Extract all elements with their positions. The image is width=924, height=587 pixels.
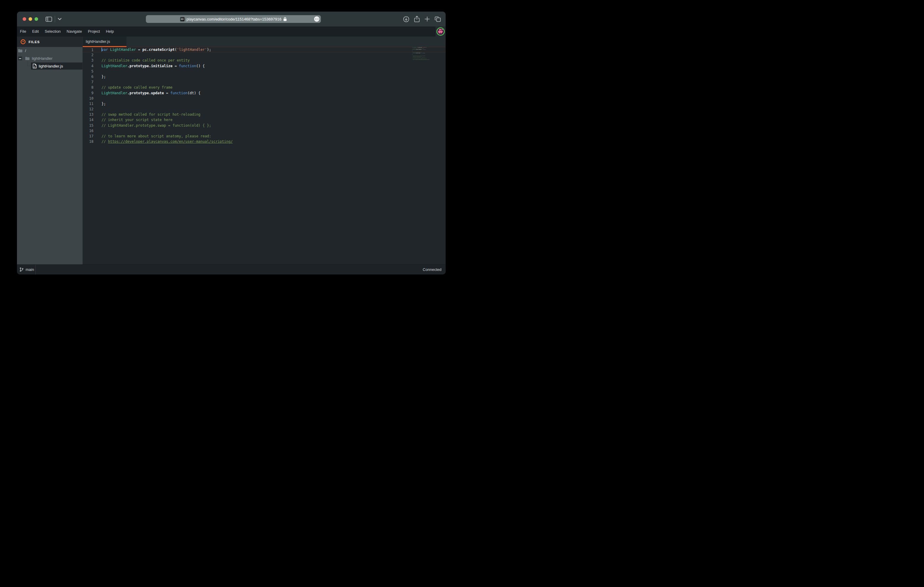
folder-icon xyxy=(25,57,30,60)
code-line-13[interactable]: 13// swap method called for script hot-r… xyxy=(83,112,446,117)
menu-item-edit[interactable]: Edit xyxy=(29,26,42,36)
line-number: 2 xyxy=(83,53,94,58)
line-number: 17 xyxy=(83,133,94,139)
line-number: 10 xyxy=(83,96,94,101)
browser-titlebar: <> playcanvas.com/editor/code/1151468?ta… xyxy=(17,12,446,26)
files-panel-title: FILES xyxy=(28,40,40,44)
line-number: 14 xyxy=(83,117,94,123)
files-sidebar: FILES / xyxy=(17,36,83,264)
line-number: 8 xyxy=(83,85,94,90)
more-options-icon[interactable] xyxy=(314,16,319,22)
line-number: 12 xyxy=(83,107,94,112)
browser-window: <> playcanvas.com/editor/code/1151468?ta… xyxy=(17,12,446,275)
new-tab-icon[interactable] xyxy=(424,16,430,22)
menu-bar: FileEditSelectionNavigateProjectHelp xyxy=(17,26,446,36)
avatar-image xyxy=(436,27,445,36)
git-branch-icon xyxy=(20,267,23,272)
code-line-3[interactable]: 3// initialize code called once per enti… xyxy=(83,58,446,63)
toolbar-divider xyxy=(55,16,55,22)
tree-item-label: lightHandler xyxy=(32,56,53,61)
menu-item-help[interactable]: Help xyxy=(103,26,117,36)
code-line-17[interactable]: 17// to learn more about script anatomy,… xyxy=(83,133,446,139)
chevron-down-icon[interactable] xyxy=(58,18,62,20)
branch-name: main xyxy=(26,267,34,272)
line-number: 1 xyxy=(83,47,94,52)
code-line-15[interactable]: 15// LightHandler.prototype.swap = funct… xyxy=(83,123,446,128)
code-line-4[interactable]: 4LightHandler.prototype.initialize = fun… xyxy=(83,63,446,69)
window-controls xyxy=(23,17,38,21)
minimap[interactable]: var LightHandler = pc.createScript('ligh… xyxy=(411,47,430,61)
code-line-11[interactable]: 11}; xyxy=(83,101,446,107)
url-bar[interactable]: <> playcanvas.com/editor/code/1151468?ta… xyxy=(146,15,321,23)
playcanvas-files-icon xyxy=(21,39,26,44)
menu-item-navigate[interactable]: Navigate xyxy=(64,26,85,36)
code-line-16[interactable]: 16 xyxy=(83,128,446,133)
url-text: playcanvas.com/editor/code/1151468?tabs=… xyxy=(186,17,282,21)
share-icon[interactable] xyxy=(414,16,420,22)
code-line-18: // https://developer.playcanvas.com/en/u… xyxy=(411,59,430,60)
lock-icon xyxy=(284,17,287,21)
tree-item-label: / xyxy=(25,48,26,53)
tree-item-label: lightHandler.js xyxy=(39,64,63,68)
file-tree: / lightHandler xyxy=(17,47,82,264)
menu-item-project[interactable]: Project xyxy=(85,26,103,36)
folder-icon xyxy=(18,49,22,53)
code-line-12[interactable]: 12 xyxy=(83,107,446,112)
line-number: 15 xyxy=(83,123,94,128)
code-editor[interactable]: 1var LightHandler = pc.createScript('lig… xyxy=(83,47,446,264)
status-bar: main Connected xyxy=(17,264,446,275)
connection-status: Connected xyxy=(423,267,441,272)
code-line-1[interactable]: 1var LightHandler = pc.createScript('lig… xyxy=(83,47,446,53)
line-number: 3 xyxy=(83,58,94,63)
line-number: 4 xyxy=(83,63,94,69)
branch-selector[interactable]: main xyxy=(17,265,36,275)
line-number: 18 xyxy=(83,139,94,144)
line-number: 7 xyxy=(83,79,94,85)
js-file-icon: JS xyxy=(33,64,36,68)
zoom-window-button[interactable] xyxy=(35,17,38,21)
code-line-5[interactable]: 5 xyxy=(83,69,446,74)
code-line-2[interactable]: 2 xyxy=(83,53,446,58)
menu-item-selection[interactable]: Selection xyxy=(42,26,63,36)
line-number: 6 xyxy=(83,74,94,79)
sidebar-toggle-icon[interactable] xyxy=(46,16,52,22)
site-favicon: <> xyxy=(180,17,185,21)
code-line-10[interactable]: 10 xyxy=(83,96,446,101)
tree-item-root[interactable]: / xyxy=(17,47,82,54)
line-number: 16 xyxy=(83,128,94,133)
minimize-window-button[interactable] xyxy=(28,17,32,21)
user-avatar[interactable] xyxy=(436,26,446,36)
svg-text:JS: JS xyxy=(34,66,35,68)
code-line-18[interactable]: 18// https://developer.playcanvas.com/en… xyxy=(83,139,446,144)
code-line-14[interactable]: 14// inherit your script state here xyxy=(83,117,446,123)
line-number: 13 xyxy=(83,112,94,117)
tab-overview-icon[interactable] xyxy=(435,16,441,22)
download-icon[interactable] xyxy=(403,16,409,22)
menu-item-file[interactable]: File xyxy=(17,26,29,36)
line-number: 11 xyxy=(83,101,94,107)
line-number: 5 xyxy=(83,69,94,74)
code-line-7[interactable]: 7 xyxy=(83,79,446,85)
line-number: 9 xyxy=(83,90,94,96)
close-window-button[interactable] xyxy=(23,17,26,21)
editor-tab-bar: lightHandler.js xyxy=(83,36,446,47)
tree-item-folder[interactable]: lightHandler xyxy=(17,55,82,62)
tree-item-file-selected[interactable]: JS lightHandler.js xyxy=(31,62,82,69)
code-line-8[interactable]: 8// update code called every frame xyxy=(83,85,446,90)
files-panel-header: FILES xyxy=(17,36,82,47)
code-line-6[interactable]: 6}; xyxy=(83,74,446,79)
tab-lighthandler-js[interactable]: lightHandler.js xyxy=(83,36,127,47)
code-line-9[interactable]: 9LightHandler.prototype.update = functio… xyxy=(83,90,446,96)
